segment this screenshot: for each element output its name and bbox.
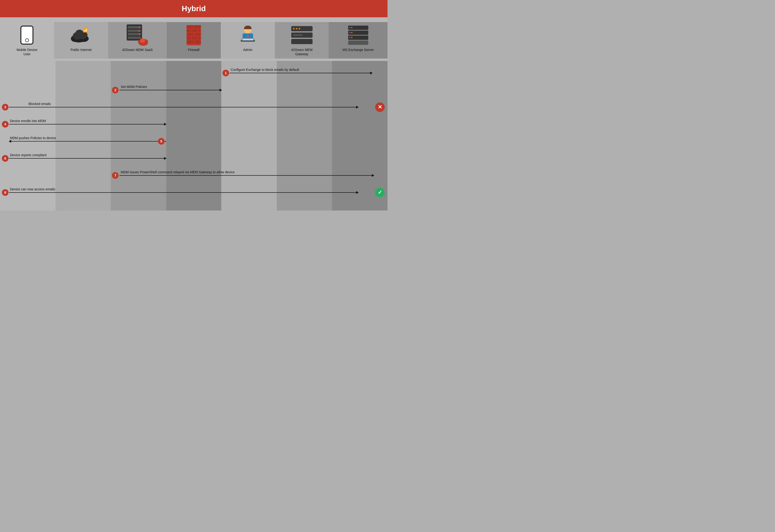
step-1-label: Configure Exchange to block emails by de… (231, 68, 299, 72)
col-label-firewall: Firewall (188, 48, 199, 52)
svg-rect-22 (187, 40, 194, 44)
svg-rect-18 (194, 33, 201, 36)
step-4-arrow (9, 124, 166, 124)
svg-rect-19 (187, 37, 191, 40)
step-3-cross-icon: ✕ (375, 102, 384, 112)
svg-rect-15 (191, 29, 197, 32)
step-6-label: Device reports compliant (10, 153, 46, 157)
firewall-icon (185, 25, 202, 45)
col-label-mdm-saas: 42Gears MDM SaaS (122, 48, 153, 52)
svg-rect-12 (187, 25, 193, 28)
step-7-arrow (119, 175, 374, 176)
svg-rect-17 (187, 33, 194, 36)
header: Hybrid (0, 0, 388, 17)
step-1-row: 1 Configure Exchange to block emails by … (0, 64, 388, 82)
svg-rect-16 (198, 29, 201, 32)
step-3-label: Blocked emails (28, 102, 51, 106)
firewall-icon-container (183, 24, 204, 46)
step-4-row: 4 Device enrolls into MDM (0, 116, 388, 133)
step-2-badge: 2 (112, 87, 119, 93)
step-2-row: 2 Set MDM Policies (0, 82, 388, 99)
cloud-icon-container: 📶 (70, 24, 92, 46)
col-mdm-saas: 42Gears MDM SaaS (108, 22, 167, 59)
svg-rect-23 (195, 40, 201, 44)
columns-header: Mobile DeviceUser 📶 Public Internet (0, 17, 388, 61)
step-5-row: 5 MDM pushes Policies to device (0, 133, 388, 150)
phone-icon-container (16, 24, 38, 46)
step-6-arrow (9, 158, 166, 159)
step-8-label: Device can now access emails (10, 187, 55, 191)
gateway-icon-container (291, 24, 312, 46)
step-6-row: 6 Device reports compliant (0, 150, 388, 167)
sequence-area: 1 Configure Exchange to block emails by … (0, 61, 388, 211)
col-public-internet: 📶 Public Internet (54, 22, 108, 59)
col-label-ms-exchange: MS Exchange Server (342, 48, 374, 52)
step-4-badge: 4 (2, 121, 9, 128)
step-4-label: Device enrolls into MDM (10, 119, 46, 123)
server-cloud-icon-container (125, 24, 149, 46)
col-label-internet: Public Internet (70, 48, 92, 52)
admin-icon-container (237, 24, 258, 46)
svg-rect-20 (192, 37, 197, 40)
step-1-badge: 1 (222, 70, 229, 76)
col-label-gateway: 42Gears MEMGateway (291, 48, 312, 56)
step-8-arrow (9, 192, 358, 193)
diagram-area: Mobile DeviceUser 📶 Public Internet (0, 17, 388, 211)
col-admin: Admin (221, 22, 275, 59)
admin-icon (238, 24, 257, 46)
step-8-row: 8 Device can now access emails ✓ (0, 184, 388, 201)
step-3-arrow (9, 107, 358, 107)
svg-rect-21 (198, 37, 201, 40)
col-mobile-device-user: Mobile DeviceUser (0, 22, 54, 59)
col-label-admin: Admin (243, 48, 252, 52)
col-label-mobile: Mobile DeviceUser (17, 48, 37, 56)
col-mem-gateway: 42Gears MEMGateway (275, 22, 329, 59)
step-8-badge: 8 (2, 189, 9, 196)
col-ms-exchange: MS Exchange Server (329, 22, 388, 59)
saas-cloud-icon (137, 36, 149, 46)
step-7-label: MDM issues PowerShell command relayed vi… (121, 170, 234, 174)
svg-point-10 (140, 38, 145, 43)
step-2-arrow (119, 90, 221, 90)
svg-rect-13 (194, 25, 201, 28)
step-3-badge: 3 (2, 104, 9, 110)
step-1-arrow (229, 73, 372, 73)
step-5-badge: 5 (158, 138, 165, 145)
svg-point-5 (75, 30, 84, 38)
step-5-label: MDM pushes Policies to device (10, 136, 56, 140)
step-5-arrow (9, 141, 166, 142)
svg-text:📶: 📶 (83, 28, 88, 33)
cloud-icon: 📶 (70, 27, 92, 43)
step-2-label: Set MDM Policies (121, 85, 147, 89)
step-7-row: 7 MDM issues PowerShell command relayed … (0, 167, 388, 184)
step-3-row: 3 Blocked emails ✕ (0, 99, 388, 116)
page-title: Hybrid (182, 4, 206, 13)
phone-icon (20, 26, 33, 45)
step-8-check-icon: ✓ (375, 188, 384, 197)
svg-rect-29 (242, 39, 253, 40)
col-firewall: Firewall (167, 22, 221, 59)
ms-server-icon-container (347, 24, 369, 46)
step-6-badge: 6 (2, 155, 9, 162)
svg-rect-14 (187, 29, 191, 32)
step-7-badge: 7 (112, 172, 119, 179)
